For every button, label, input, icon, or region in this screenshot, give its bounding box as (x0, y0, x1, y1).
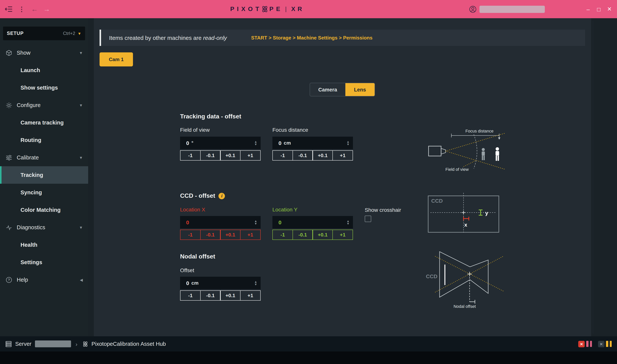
sidebar-item-label: Syncing (21, 189, 42, 195)
spinner[interactable]: ▲▼ (254, 220, 257, 225)
person-white-icon (496, 147, 499, 161)
spinner[interactable]: ▲▼ (254, 140, 257, 145)
sidebar-item-diagnostics[interactable]: Diagnostics ▼ (0, 219, 88, 236)
spinner[interactable]: ▲▼ (346, 220, 350, 225)
sidebar-item-show-settings[interactable]: Show settings (0, 79, 88, 96)
spinner[interactable]: ▲▼ (346, 140, 350, 145)
focus-distance-value: 0 (278, 140, 282, 146)
location-x-value: 0 (186, 219, 189, 225)
section-title-tracking-offset: Tracking data - offset (180, 113, 241, 120)
status-bar-pink-1 (586, 341, 588, 347)
step-minus-01-button[interactable]: -0.1 (292, 150, 313, 161)
x-offset-marker (464, 217, 469, 221)
cam1-button[interactable]: Cam 1 (99, 52, 133, 66)
sidebar-item-settings[interactable]: Settings (0, 254, 88, 271)
sliders-icon (5, 154, 12, 161)
show-crosshair-checkbox[interactable] (365, 216, 371, 222)
sidebar-item-label: Configure (17, 102, 41, 108)
step-plus-1-button[interactable]: +1 (240, 150, 261, 161)
focus-distance-label: Focus distance (272, 127, 308, 133)
chevron-down-icon: ▼ (79, 103, 83, 107)
overflow-menu-icon[interactable]: ⋮ (16, 0, 27, 18)
chevron-down-icon: ▼ (79, 225, 83, 229)
location-x-label: Location X (180, 207, 205, 213)
ccd-diagram-label: CCD (431, 198, 443, 204)
title-bar: ⋮ ← → PIXOT PE | XR – □ × (0, 0, 617, 18)
step-plus-1-button[interactable]: +1 (240, 230, 261, 240)
sidebar-item-label: Tracking (21, 172, 43, 178)
setup-mode-selector[interactable]: SETUP Ctrl+2 ▼ (3, 26, 85, 40)
main-area: Items created by other machines are read… (88, 18, 617, 336)
step-plus-1-button[interactable]: +1 (332, 230, 353, 240)
maximize-button[interactable]: □ (593, 0, 604, 18)
pixotope-window: ⋮ ← → PIXOT PE | XR – □ × (0, 0, 617, 364)
field-of-view-input[interactable]: 0 ° ▲▼ (180, 137, 261, 149)
svg-text:?: ? (8, 278, 10, 282)
nodal-offset-input[interactable]: 0 cm ▲▼ (180, 277, 261, 289)
sidebar-item-color-matching[interactable]: Color Matching (0, 201, 88, 219)
step-plus-01-button[interactable]: +0.1 (220, 290, 241, 301)
location-x-input[interactable]: 0 ▲▼ (180, 216, 261, 229)
sidebar-collapse-icon[interactable] (3, 0, 14, 18)
step-minus-01-button[interactable]: -0.1 (200, 230, 220, 240)
logo-text-left: PIXOT (230, 6, 262, 13)
engine-stopped-icon-2[interactable]: × (598, 341, 604, 347)
tab-lens[interactable]: Lens (345, 83, 375, 96)
step-minus-1-button[interactable]: -1 (180, 230, 201, 240)
info-icon[interactable]: i (219, 193, 225, 199)
spinner[interactable]: ▲▼ (254, 280, 257, 286)
step-plus-01-button[interactable]: +0.1 (220, 230, 241, 240)
atom-icon (261, 5, 269, 13)
y-axis-label: y (485, 210, 488, 216)
back-arrow-icon[interactable]: ← (29, 0, 40, 18)
sidebar-item-health[interactable]: Health (0, 236, 88, 254)
engine-stopped-icon[interactable]: × (578, 341, 585, 347)
status-bar-pink-2 (590, 341, 592, 347)
step-minus-01-button[interactable]: -0.1 (292, 230, 313, 240)
sidebar-item-syncing[interactable]: Syncing (0, 184, 88, 201)
field-of-view-steppers: -1 -0.1 +0.1 +1 (180, 150, 261, 161)
tab-camera[interactable]: Camera (310, 83, 345, 96)
sidebar-item-tracking[interactable]: Tracking (0, 166, 88, 184)
step-minus-01-button[interactable]: -0.1 (200, 290, 220, 301)
forward-arrow-icon[interactable]: → (41, 0, 53, 18)
step-minus-01-button[interactable]: -0.1 (200, 150, 220, 161)
sidebar-item-show[interactable]: Show ▼ (0, 44, 88, 62)
sidebar: SETUP Ctrl+2 ▼ Show ▼ Launch Show settin… (0, 18, 88, 336)
person-gray-icon (482, 148, 485, 160)
step-minus-1-button[interactable]: -1 (180, 290, 201, 301)
user-account[interactable] (469, 0, 545, 18)
location-y-input[interactable]: 0 ▲▼ (272, 216, 353, 229)
asset-hub-label[interactable]: PixotopeCalibration Asset Hub (91, 341, 166, 347)
scrollbar[interactable] (592, 21, 594, 334)
sidebar-item-camera-tracking[interactable]: Camera tracking (0, 114, 88, 131)
window-controls: – □ × (583, 0, 615, 18)
sidebar-item-routing[interactable]: Routing (0, 131, 88, 149)
close-button[interactable]: × (604, 0, 615, 18)
step-minus-1-button[interactable]: -1 (180, 150, 201, 161)
sidebar-item-label: Health (21, 242, 37, 248)
step-minus-1-button[interactable]: -1 (272, 150, 293, 161)
show-crosshair-label: Show crosshair (365, 207, 401, 213)
breadcrumb[interactable]: START > Storage > Machine Settings > Per… (251, 35, 372, 41)
focus-distance-input[interactable]: 0 cm ▲▼ (272, 137, 353, 149)
chevron-left-icon: ◀ (80, 278, 83, 282)
step-plus-01-button[interactable]: +0.1 (313, 150, 333, 161)
server-label[interactable]: Server (15, 341, 31, 347)
sidebar-item-label: Launch (21, 67, 40, 73)
field-of-view-value: 0 (186, 140, 189, 146)
sidebar-item-label: Show settings (21, 85, 58, 91)
location-x-steppers: -1 -0.1 +0.1 +1 (180, 230, 261, 240)
sidebar-item-launch[interactable]: Launch (0, 62, 88, 79)
sidebar-item-help[interactable]: ? Help ◀ (0, 271, 88, 288)
step-plus-01-button[interactable]: +0.1 (313, 230, 333, 240)
logo-divider: | (285, 6, 287, 13)
sidebar-item-configure[interactable]: Configure ▼ (0, 96, 88, 114)
step-minus-1-button[interactable]: -1 (272, 230, 293, 240)
step-plus-1-button[interactable]: +1 (332, 150, 353, 161)
step-plus-01-button[interactable]: +0.1 (220, 150, 241, 161)
step-plus-1-button[interactable]: +1 (240, 290, 261, 301)
sidebar-item-calibrate[interactable]: Calibrate ▼ (0, 149, 88, 166)
minimize-button[interactable]: – (583, 0, 593, 18)
field-of-view-label: Field of view (180, 127, 210, 133)
